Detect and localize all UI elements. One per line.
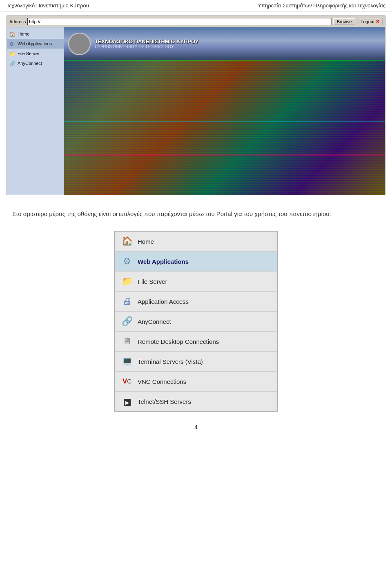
browser-chrome: Address Browse Logout ✕ xyxy=(7,16,385,27)
menu-item-web-applications[interactable]: Web Applications xyxy=(115,252,277,272)
file-server-icon xyxy=(122,276,133,287)
menu-list-box: Home Web Applications File Server xyxy=(114,231,278,412)
menu-item-terminal-servers[interactable]: Terminal Servers (Vista) xyxy=(115,352,277,372)
address-input[interactable] xyxy=(27,18,331,25)
portal-title-block: ΤΕΧΝΟΛΟΓΙΚΟ ΠΑΝΕΠΙΣΤΗΜΙΟ ΚΥΠΡΟΥ CYPRUS U… xyxy=(95,38,198,49)
sidebar-home-label: Home xyxy=(18,31,29,36)
menu-item-application-access[interactable]: Application Access xyxy=(115,292,277,312)
file-menu-icon xyxy=(120,275,134,288)
web-applications-menu-label: Web Applications xyxy=(138,258,189,265)
glitch-bar-1 xyxy=(64,121,385,122)
logout-button[interactable]: Logout ✕ xyxy=(358,18,383,25)
glitch-bar-3 xyxy=(64,60,385,61)
web-icon xyxy=(9,40,16,47)
web-menu-icon xyxy=(120,255,134,268)
address-label: Address xyxy=(9,19,26,24)
main-content: Στο αριστερό μέρος της οθόνης είναι οι ε… xyxy=(0,199,392,440)
vnc-icon: VC xyxy=(122,377,131,385)
telnet-menu-icon xyxy=(120,395,134,408)
glitch-overlay xyxy=(64,60,385,195)
sidebar-web-applications[interactable]: Web Applications xyxy=(7,39,64,49)
menu-item-anyconnect[interactable]: AnyConnect xyxy=(115,312,277,332)
menu-list-container: Home Web Applications File Server xyxy=(12,231,380,412)
screenshot-container: Address Browse Logout ✕ Home Web Applica… xyxy=(7,16,385,195)
sidebar-web-label: Web Applications xyxy=(18,41,52,46)
remote-desktop-menu-icon xyxy=(120,335,134,348)
menu-item-vnc[interactable]: VC VNC Connections xyxy=(115,372,277,392)
portal-main-content: ΤΕΧΝΟΛΟΓΙΚΟ ΠΑΝΕΠΙΣΤΗΜΙΟ ΚΥΠΡΟΥ CYPRUS U… xyxy=(64,27,385,195)
glitch-bar-2 xyxy=(64,154,385,156)
sidebar-anyconnect[interactable]: AnyConnect xyxy=(7,58,64,68)
browse-button[interactable]: Browse xyxy=(333,18,356,25)
anyconnect-icon xyxy=(122,316,133,327)
sidebar-file-label: File Server xyxy=(18,51,39,56)
application-access-menu-label: Application Access xyxy=(138,298,189,305)
file-icon xyxy=(9,50,16,57)
anyconnect-icon xyxy=(9,60,16,67)
anyconnect-menu-icon xyxy=(120,315,134,328)
terminal-servers-icon xyxy=(122,356,133,367)
application-access-icon xyxy=(122,296,131,307)
portal-title: ΤΕΧΝΟΛΟΓΙΚΟ ΠΑΝΕΠΙΣΤΗΜΙΟ ΚΥΠΡΟΥ xyxy=(95,38,198,45)
sidebar-file-server[interactable]: File Server xyxy=(7,49,64,58)
sidebar-home[interactable]: Home xyxy=(7,29,64,39)
web-applications-icon xyxy=(123,256,131,267)
menu-item-file-server[interactable]: File Server xyxy=(115,272,277,292)
remote-desktop-icon xyxy=(122,336,131,347)
glitch-area xyxy=(64,60,385,195)
vnc-menu-icon: VC xyxy=(120,375,134,388)
app-access-menu-icon xyxy=(120,295,134,308)
telnet-menu-label: Telnet/SSH Servers xyxy=(138,398,191,405)
home-menu-icon xyxy=(120,235,134,248)
menu-item-telnet[interactable]: Telnet/SSH Servers xyxy=(115,392,277,411)
home-menu-label: Home xyxy=(138,238,154,245)
menu-item-remote-desktop[interactable]: Remote Desktop Connections xyxy=(115,332,277,352)
terminal-servers-menu-label: Terminal Servers (Vista) xyxy=(138,358,203,365)
file-server-menu-label: File Server xyxy=(138,278,167,285)
terminal-servers-menu-icon xyxy=(120,355,134,368)
portal-sidebar: Home Web Applications File Server AnyCon… xyxy=(7,27,64,195)
vnc-menu-label: VNC Connections xyxy=(138,378,186,385)
department-name-right: Υπηρεσία Συστημάτων Πληροφορικής και Τεχ… xyxy=(258,2,385,9)
address-bar: Address Browse xyxy=(9,18,355,25)
description-paragraph: Στο αριστερό μέρος της οθόνης είναι οι ε… xyxy=(12,209,380,219)
portal-layout: Home Web Applications File Server AnyCon… xyxy=(7,27,385,195)
portal-subtitle: CYPRUS UNIVERSITY OF TECHNOLOGY xyxy=(95,45,198,49)
anyconnect-menu-label: AnyConnect xyxy=(138,318,171,325)
sidebar-any-label: AnyConnect xyxy=(18,61,42,66)
page-header: Τεχνολογικό Πανεπιστήμιο Κύπρου Υπηρεσία… xyxy=(0,0,392,11)
university-name-left: Τεχνολογικό Πανεπιστήμιο Κύπρου xyxy=(7,2,89,9)
telnet-icon xyxy=(124,396,131,407)
remote-desktop-menu-label: Remote Desktop Connections xyxy=(138,338,219,345)
close-icon: ✕ xyxy=(376,19,380,25)
page-number: 4 xyxy=(12,424,380,430)
university-logo xyxy=(68,33,91,55)
menu-item-home[interactable]: Home xyxy=(115,232,277,252)
portal-banner: ΤΕΧΝΟΛΟΓΙΚΟ ΠΑΝΕΠΙΣΤΗΜΙΟ ΚΥΠΡΟΥ CYPRUS U… xyxy=(64,27,385,60)
home-icon xyxy=(122,236,133,247)
home-icon xyxy=(9,31,16,37)
